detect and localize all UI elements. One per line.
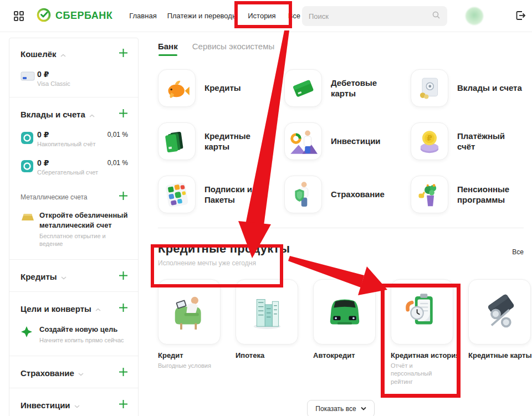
logout-button[interactable]	[514, 9, 526, 22]
add-investment-button[interactable]	[119, 399, 128, 411]
product-label: Вклады и счета	[457, 83, 522, 94]
goal-promo-title: Создайте новую цель	[39, 325, 124, 335]
tab-bank[interactable]: Банк	[158, 42, 178, 56]
account-rate: 0,01 %	[108, 158, 128, 176]
credit-tile-sublabel: Отчёт и персональный рейтинг	[391, 362, 453, 386]
add-goal-button[interactable]	[119, 303, 128, 315]
goldfish-icon	[158, 69, 196, 107]
divider	[9, 388, 138, 388]
car-icon	[313, 279, 376, 345]
section-insurance[interactable]: Страхование	[9, 357, 138, 387]
divider	[9, 259, 138, 260]
chevron-down-icon	[78, 368, 84, 378]
top-header: СБЕРБАНК Главная Платежи и переводы Исто…	[0, 0, 532, 32]
sberbank-logo[interactable]: СБЕРБАНК	[37, 8, 112, 24]
product-label: Платёжный счёт	[457, 131, 524, 152]
account-item-sber[interactable]: 0 ₽ Сберегательный счет 0,01 %	[9, 156, 138, 184]
add-deposit-button[interactable]	[119, 109, 128, 120]
account-amount: 0 ₽	[37, 130, 95, 139]
wallet-card-item[interactable]: 0 ₽ Visa Classic	[9, 68, 138, 96]
chevron-up-icon	[60, 50, 66, 60]
account-rate: 0,01 %	[108, 130, 128, 147]
product-tile-investments[interactable]: Инвестиции	[284, 122, 411, 160]
section-divider	[158, 228, 524, 228]
account-item-savings[interactable]: 0 ₽ Накопительный счёт 0,01 %	[9, 128, 138, 156]
section-credits[interactable]: Кредиты	[9, 261, 138, 290]
accounts-sidebar: Кошелёк 0 ₽ Visa Classic Вклады и счета …	[9, 38, 139, 416]
show-all-button[interactable]: Показать все	[307, 400, 374, 416]
chevron-down-icon	[74, 400, 80, 410]
main-content: Банк Сервисы экосистемы Кредиты Дебетовы…	[158, 34, 524, 416]
section-wallet[interactable]: Кошелёк	[9, 38, 138, 68]
metal-accounts-header: Металлические счета	[9, 184, 138, 208]
add-metal-account-button[interactable]	[119, 191, 128, 203]
product-tile-subscriptions[interactable]: Подписки и Пакеты	[158, 176, 284, 213]
nav-item-home[interactable]: Главная	[129, 12, 156, 20]
account-name: Накопительный счёт	[37, 141, 95, 147]
credit-products-title: Кредитные продукты	[158, 242, 290, 256]
divider	[9, 97, 138, 97]
section-wallet-title: Кошелёк	[21, 49, 57, 59]
flowers-icon	[411, 176, 448, 213]
divider	[9, 356, 138, 356]
nav-item-payments[interactable]: Платежи и переводы	[167, 12, 238, 20]
credit-tile-label: Кредит	[158, 351, 221, 359]
credit-tile-auto[interactable]: Автокредит	[313, 279, 376, 386]
wallet-card-name: Visa Classic	[37, 80, 70, 87]
search-icon	[432, 11, 441, 22]
search-field	[302, 6, 447, 26]
add-credit-button[interactable]	[119, 271, 128, 283]
add-insurance-button[interactable]	[119, 367, 128, 379]
dark-card-percent-icon	[468, 279, 531, 345]
credit-products-row: Кредит Выгодные условия Ипотека Автокред…	[158, 279, 524, 386]
safe-box-icon	[411, 69, 448, 107]
credit-tile-history[interactable]: Кредитная история Отчёт и персональный р…	[391, 279, 453, 386]
credit-cards-icon	[158, 122, 196, 160]
metal-account-promo[interactable]: Откройте обезличенный металлический счет…	[9, 208, 138, 258]
subscriptions-icon	[158, 176, 196, 213]
apps-grid-icon[interactable]	[13, 11, 24, 22]
credit-products-all-link[interactable]: Все	[512, 248, 524, 256]
chevron-down-icon	[61, 272, 66, 282]
section-investments-title: Инвестиции	[21, 400, 70, 410]
goal-diamond-icon	[21, 325, 39, 345]
credit-products-subtitle: Исполнение мечты уже сегодня	[158, 259, 290, 267]
product-tile-debit-cards[interactable]: Дебетовые карты	[284, 69, 411, 107]
credit-tile-label: Кредитная история	[391, 351, 453, 359]
credit-products-header: Кредитные продукты Исполнение мечты уже …	[158, 242, 524, 267]
tab-ecosystem-services[interactable]: Сервисы экосистемы	[192, 42, 275, 56]
credit-history-icon	[391, 279, 453, 345]
search-input[interactable]	[309, 12, 432, 20]
metal-promo-title: Откройте обезличенный металлический счет	[39, 210, 128, 230]
credit-tile-credit-cards[interactable]: Кредитные карты	[468, 279, 531, 386]
catalog-tabs: Банк Сервисы экосистемы	[158, 34, 524, 56]
buildings-icon	[236, 279, 298, 345]
credit-tile-loan[interactable]: Кредит Выгодные условия	[158, 279, 221, 386]
divider	[9, 291, 138, 292]
section-goals-title: Цели и конверты	[21, 304, 91, 314]
product-label: Кредитные карты	[204, 131, 271, 152]
product-tile-pension[interactable]: Пенсионные программы	[411, 176, 524, 213]
product-tile-payment-account[interactable]: ₽ Платёжный счёт	[411, 122, 524, 160]
add-wallet-button[interactable]	[119, 48, 128, 60]
svg-text:₽: ₽	[427, 133, 432, 142]
product-tile-credit-cards[interactable]: Кредитные карты	[158, 122, 284, 160]
user-avatar[interactable]	[466, 7, 483, 25]
section-goals[interactable]: Цели и конверты	[9, 293, 138, 322]
safe-icon	[21, 158, 37, 176]
new-goal-promo[interactable]: Создайте новую цель Начните копить прямо…	[9, 322, 138, 355]
goal-promo-subtitle: Начните копить прямо сейчас	[39, 336, 124, 344]
safe-icon	[21, 130, 37, 147]
credit-tile-mortgage[interactable]: Ипотека	[236, 279, 298, 386]
loan-person-icon	[158, 279, 221, 345]
product-tile-deposits[interactable]: Вклады и счета	[411, 69, 524, 107]
section-deposits[interactable]: Вклады и счета	[9, 99, 138, 128]
product-tile-insurance[interactable]: Страхование	[284, 176, 411, 213]
shield-person-icon	[284, 176, 322, 213]
product-label: Дебетовые карты	[331, 78, 397, 99]
nav-item-history[interactable]: История	[248, 12, 275, 20]
account-name: Сберегательный счет	[37, 169, 98, 176]
product-tile-credits[interactable]: Кредиты	[158, 69, 284, 107]
product-label: Страхование	[331, 189, 385, 200]
section-investments[interactable]: Инвестиции	[9, 389, 138, 416]
